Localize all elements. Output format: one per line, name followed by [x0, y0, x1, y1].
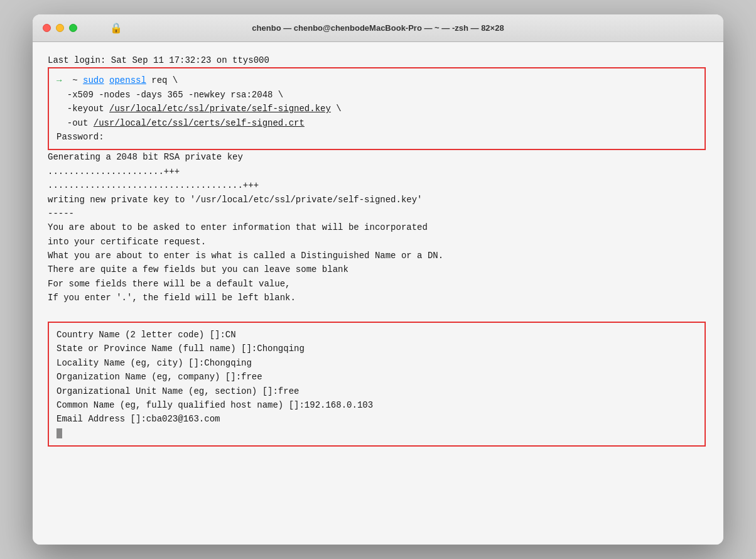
command-block: → ~ sudo openssl req \ -x509 -nodes -day…	[48, 67, 706, 150]
password-line: Password:	[57, 130, 697, 144]
window-title: chenbo — chenbo@chenbodeMacBook-Pro — ~ …	[252, 23, 504, 33]
blank-line	[48, 305, 708, 319]
command-line-4: -out /usr/local/etc/ssl/certs/self-signe…	[57, 116, 697, 130]
command-line-2: -x509 -nodes -days 365 -newkey rsa:2048 …	[57, 88, 697, 102]
cert-org: Organization Name (eg, company) []:free	[57, 370, 697, 384]
out-path: /usr/local/etc/ssl/certs/self-signed.crt	[94, 118, 305, 128]
cert-country: Country Name (2 letter code) []:CN	[57, 328, 697, 342]
output-line-11: If you enter '.', the field will be left…	[48, 291, 708, 305]
cert-fields-block: Country Name (2 letter code) []:CN State…	[48, 322, 706, 447]
cert-locality: Locality Name (eg, city) []:Chongqing	[57, 356, 697, 370]
lock-icon: 🔒	[110, 22, 122, 34]
output-line-8: What you are about to enter is what is c…	[48, 249, 708, 263]
openssl-keyword: openssl	[109, 75, 146, 85]
prompt-tilde: ~	[72, 75, 77, 85]
output-line-10: For some fields there will be a default …	[48, 277, 708, 291]
terminal-window: 🔒 chenbo — chenbo@chenbodeMacBook-Pro — …	[33, 14, 723, 545]
output-line-9: There are quite a few fields but you can…	[48, 263, 708, 276]
output-line-4: writing new private key to '/usr/local/e…	[48, 193, 708, 207]
sudo-keyword: sudo	[83, 75, 104, 85]
close-button[interactable]	[43, 24, 51, 32]
output-line-5: -----	[48, 207, 708, 220]
terminal-body[interactable]: Last login: Sat Sep 11 17:32:23 on ttys0…	[33, 42, 723, 545]
cursor-line	[57, 426, 697, 440]
command-line-1: → ~ sudo openssl req \	[57, 73, 697, 87]
cert-common: Common Name (eg, fully qualified host na…	[57, 398, 697, 412]
output-line-3: .....................................+++	[48, 178, 708, 192]
output-line-2: ......................+++	[48, 165, 708, 178]
keyout-path: /usr/local/etc/ssl/private/self-signed.k…	[109, 104, 331, 114]
output-line-6: You are about to be asked to enter infor…	[48, 220, 708, 234]
last-login-line: Last login: Sat Sep 11 17:32:23 on ttys0…	[48, 53, 708, 67]
output-line-7: into your certificate request.	[48, 235, 708, 249]
maximize-button[interactable]	[69, 24, 77, 32]
minimize-button[interactable]	[56, 24, 64, 32]
traffic-lights	[43, 24, 77, 32]
cursor	[57, 428, 62, 438]
prompt-arrow: →	[57, 75, 62, 85]
titlebar: 🔒 chenbo — chenbo@chenbodeMacBook-Pro — …	[33, 14, 723, 42]
command-line-3: -keyout /usr/local/etc/ssl/private/self-…	[57, 102, 697, 116]
cert-org-unit: Organizational Unit Name (eg, section) […	[57, 384, 697, 398]
cert-state: State or Province Name (full name) []:Ch…	[57, 342, 697, 355]
output-line-1: Generating a 2048 bit RSA private key	[48, 150, 708, 164]
cert-email: Email Address []:cba023@163.com	[57, 412, 697, 426]
